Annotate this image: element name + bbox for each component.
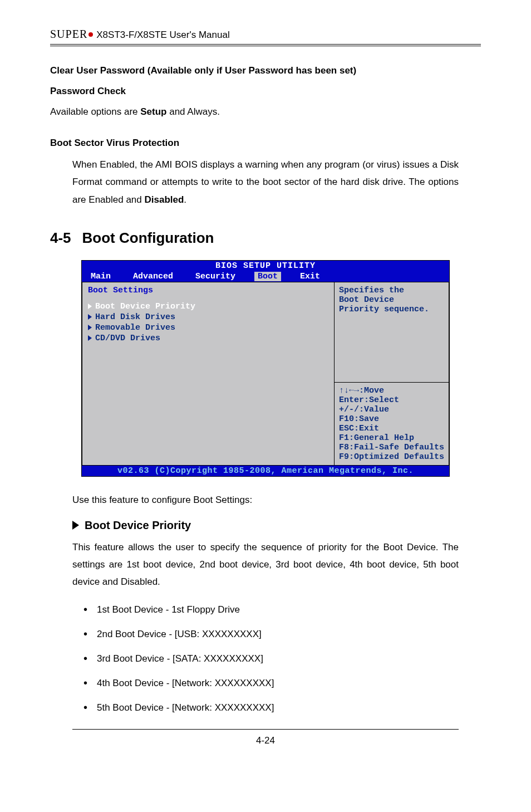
list-item: 5th Boot Device - [Network: XXXXXXXXX] <box>83 702 481 713</box>
list-item: 2nd Boot Device - [USB: XXXXXXXXX] <box>83 629 481 640</box>
bios-item-hard-disk[interactable]: Hard Disk Drives <box>88 312 328 322</box>
bdp-paragraph: This feature allows the user to specify … <box>72 539 459 591</box>
bios-tab-bar: Main Advanced Security Boot Exit <box>82 271 449 282</box>
list-item: 4th Boot Device - [Network: XXXXXXXXX] <box>83 678 481 689</box>
section-number: 4-5 <box>50 229 71 247</box>
manual-title: X8ST3-F/X8STE User's Manual <box>96 30 229 41</box>
brand-text: SUPER <box>50 28 87 41</box>
bios-copyright: v02.63 (C)Copyright 1985-2008, American … <box>82 466 449 476</box>
bsvp-paragraph: When Enabled, the AMI BOIS displays a wa… <box>72 156 459 208</box>
after-bios-text: Use this feature to configure Boot Setti… <box>72 491 459 508</box>
password-check-heading: Password Check <box>50 84 481 99</box>
password-check-desc: Available options are Setup and Always. <box>50 104 481 119</box>
bios-item-boot-device-priority[interactable]: Boot Device Priority <box>88 302 328 311</box>
bios-tab-security[interactable]: Security <box>192 272 239 281</box>
bios-tab-advanced[interactable]: Advanced <box>130 272 176 281</box>
triangle-icon <box>88 335 92 341</box>
list-item: 1st Boot Device - 1st Floppy Drive <box>83 604 481 615</box>
bios-tab-main[interactable]: Main <box>87 272 114 281</box>
page-header: SUPER X8ST3-F/X8STE User's Manual <box>50 28 481 46</box>
bsvp-heading: Boot Sector Virus Protection <box>50 135 481 150</box>
triangle-icon <box>88 314 92 320</box>
section-title: Boot Configuration <box>82 229 214 247</box>
boot-device-priority-heading: Boot Device Priority <box>72 519 481 532</box>
bios-key-help: ↑↓←→:Move Enter:Select +/-/:Value F10:Sa… <box>335 383 449 465</box>
bios-title-bar: BIOS SETUP UTILITY <box>82 261 449 271</box>
bios-help-text: Specifies the Boot Device Priority seque… <box>335 282 449 383</box>
triangle-icon <box>88 325 92 330</box>
bios-screenshot: BIOS SETUP UTILITY Main Advanced Securit… <box>81 260 450 477</box>
triangle-icon <box>72 521 79 530</box>
page-number: 4-24 <box>72 729 459 746</box>
bios-right-pane: Specifies the Boot Device Priority seque… <box>334 282 449 466</box>
bios-tab-exit[interactable]: Exit <box>297 272 323 281</box>
bios-item-removable[interactable]: Removable Drives <box>88 323 328 332</box>
clear-user-password-heading: Clear User Password (Available only if U… <box>50 63 481 78</box>
section-heading: 4-5 Boot Configuration <box>50 229 481 247</box>
brand-dot-icon <box>88 32 93 37</box>
bios-left-pane: Boot Settings Boot Device Priority Hard … <box>82 282 334 466</box>
list-item: 3rd Boot Device - [SATA: XXXXXXXXX] <box>83 653 481 664</box>
brand-logo: SUPER <box>50 28 94 41</box>
triangle-icon <box>88 304 92 309</box>
bios-item-cddvd[interactable]: CD/DVD Drives <box>88 334 328 343</box>
bios-boot-settings-label: Boot Settings <box>88 286 328 295</box>
bios-tab-boot[interactable]: Boot <box>254 272 281 281</box>
boot-device-list: 1st Boot Device - 1st Floppy Drive 2nd B… <box>83 604 481 713</box>
